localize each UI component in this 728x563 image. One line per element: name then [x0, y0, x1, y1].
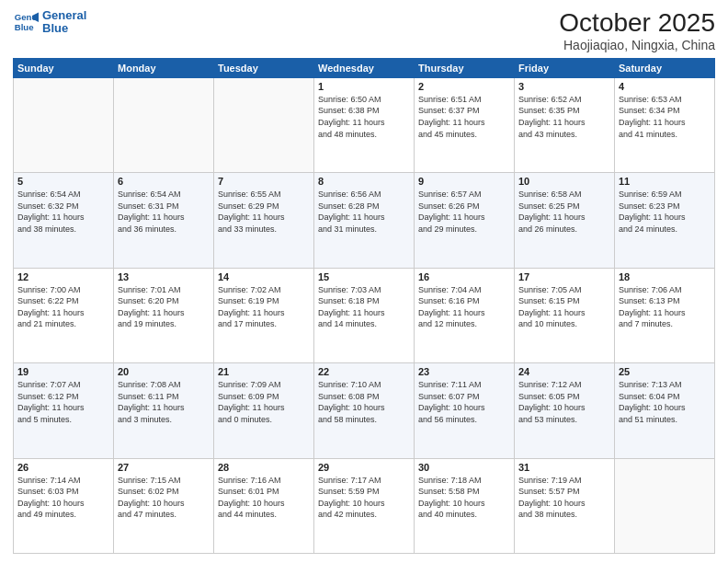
day-info: Sunrise: 7:10 AM Sunset: 6:08 PM Dayligh… — [318, 379, 410, 425]
day-header-thursday: Thursday — [415, 58, 515, 77]
page: General Blue General Blue October 2025 H… — [0, 0, 728, 563]
day-info: Sunrise: 7:15 AM Sunset: 6:02 PM Dayligh… — [118, 475, 210, 521]
day-number: 3 — [518, 81, 610, 92]
calendar-week-4: 19Sunrise: 7:07 AM Sunset: 6:12 PM Dayli… — [14, 363, 715, 458]
day-info: Sunrise: 6:55 AM Sunset: 6:29 PM Dayligh… — [218, 189, 310, 235]
calendar-cell: 6Sunrise: 6:54 AM Sunset: 6:31 PM Daylig… — [114, 173, 214, 268]
calendar-cell: 11Sunrise: 6:59 AM Sunset: 6:23 PM Dayli… — [615, 173, 715, 268]
day-info: Sunrise: 7:01 AM Sunset: 6:20 PM Dayligh… — [118, 284, 210, 330]
day-info: Sunrise: 6:52 AM Sunset: 6:35 PM Dayligh… — [518, 94, 610, 140]
day-number: 1 — [318, 81, 410, 92]
calendar-subtitle: Haojiaqiao, Ningxia, China — [559, 38, 715, 52]
day-number: 31 — [518, 462, 610, 473]
calendar-table: SundayMondayTuesdayWednesdayThursdayFrid… — [13, 58, 715, 554]
day-info: Sunrise: 7:05 AM Sunset: 6:15 PM Dayligh… — [518, 284, 610, 330]
day-info: Sunrise: 6:56 AM Sunset: 6:28 PM Dayligh… — [318, 189, 410, 235]
day-info: Sunrise: 7:09 AM Sunset: 6:09 PM Dayligh… — [218, 379, 310, 425]
day-info: Sunrise: 7:00 AM Sunset: 6:22 PM Dayligh… — [17, 284, 109, 330]
day-info: Sunrise: 7:14 AM Sunset: 6:03 PM Dayligh… — [17, 475, 109, 521]
day-info: Sunrise: 6:57 AM Sunset: 6:26 PM Dayligh… — [418, 189, 510, 235]
day-info: Sunrise: 7:16 AM Sunset: 6:01 PM Dayligh… — [218, 475, 310, 521]
day-info: Sunrise: 7:07 AM Sunset: 6:12 PM Dayligh… — [17, 379, 109, 425]
calendar-cell: 14Sunrise: 7:02 AM Sunset: 6:19 PM Dayli… — [214, 268, 314, 362]
calendar-cell: 12Sunrise: 7:00 AM Sunset: 6:22 PM Dayli… — [14, 268, 114, 362]
day-info: Sunrise: 7:04 AM Sunset: 6:16 PM Dayligh… — [418, 284, 510, 330]
calendar-week-2: 5Sunrise: 6:54 AM Sunset: 6:32 PM Daylig… — [14, 173, 715, 268]
calendar-cell: 28Sunrise: 7:16 AM Sunset: 6:01 PM Dayli… — [214, 458, 314, 553]
day-number: 13 — [118, 271, 210, 282]
day-number: 25 — [619, 366, 711, 377]
day-info: Sunrise: 6:51 AM Sunset: 6:37 PM Dayligh… — [418, 94, 510, 140]
calendar-cell: 26Sunrise: 7:14 AM Sunset: 6:03 PM Dayli… — [14, 458, 114, 553]
day-header-monday: Monday — [114, 58, 214, 77]
day-number: 7 — [218, 176, 310, 187]
day-number: 4 — [619, 81, 711, 92]
calendar-cell: 18Sunrise: 7:06 AM Sunset: 6:13 PM Dayli… — [615, 268, 715, 362]
day-info: Sunrise: 7:13 AM Sunset: 6:04 PM Dayligh… — [619, 379, 711, 425]
calendar-cell: 8Sunrise: 6:56 AM Sunset: 6:28 PM Daylig… — [314, 173, 415, 268]
calendar-cell — [214, 77, 314, 172]
day-number: 27 — [118, 462, 210, 473]
day-number: 29 — [318, 462, 410, 473]
day-info: Sunrise: 6:54 AM Sunset: 6:32 PM Dayligh… — [17, 189, 109, 235]
day-number: 28 — [218, 462, 310, 473]
day-info: Sunrise: 6:54 AM Sunset: 6:31 PM Dayligh… — [118, 189, 210, 235]
day-number: 10 — [518, 176, 610, 187]
calendar-week-5: 26Sunrise: 7:14 AM Sunset: 6:03 PM Dayli… — [14, 458, 715, 553]
calendar-cell: 29Sunrise: 7:17 AM Sunset: 5:59 PM Dayli… — [314, 458, 415, 553]
calendar-cell — [14, 77, 114, 172]
header: General Blue General Blue October 2025 H… — [13, 9, 715, 52]
day-info: Sunrise: 7:17 AM Sunset: 5:59 PM Dayligh… — [318, 475, 410, 521]
calendar-cell: 22Sunrise: 7:10 AM Sunset: 6:08 PM Dayli… — [314, 363, 415, 458]
day-header-friday: Friday — [515, 58, 615, 77]
calendar-cell: 13Sunrise: 7:01 AM Sunset: 6:20 PM Dayli… — [114, 268, 214, 362]
day-info: Sunrise: 7:19 AM Sunset: 5:57 PM Dayligh… — [518, 475, 610, 521]
day-header-wednesday: Wednesday — [314, 58, 415, 77]
day-info: Sunrise: 6:53 AM Sunset: 6:34 PM Dayligh… — [619, 94, 711, 140]
day-header-saturday: Saturday — [615, 58, 715, 77]
logo: General Blue General Blue — [13, 9, 86, 36]
calendar-title: October 2025 — [559, 9, 715, 38]
calendar-cell: 3Sunrise: 6:52 AM Sunset: 6:35 PM Daylig… — [515, 77, 615, 172]
calendar-cell: 24Sunrise: 7:12 AM Sunset: 6:05 PM Dayli… — [515, 363, 615, 458]
day-info: Sunrise: 7:02 AM Sunset: 6:19 PM Dayligh… — [218, 284, 310, 330]
calendar-cell — [114, 77, 214, 172]
day-info: Sunrise: 7:03 AM Sunset: 6:18 PM Dayligh… — [318, 284, 410, 330]
calendar-cell: 4Sunrise: 6:53 AM Sunset: 6:34 PM Daylig… — [615, 77, 715, 172]
calendar-cell: 1Sunrise: 6:50 AM Sunset: 6:38 PM Daylig… — [314, 77, 415, 172]
day-number: 16 — [418, 271, 510, 282]
day-number: 8 — [318, 176, 410, 187]
logo-text-general: General — [42, 9, 86, 22]
day-info: Sunrise: 6:50 AM Sunset: 6:38 PM Dayligh… — [318, 94, 410, 140]
day-number: 17 — [518, 271, 610, 282]
day-number: 18 — [619, 271, 711, 282]
calendar-cell: 2Sunrise: 6:51 AM Sunset: 6:37 PM Daylig… — [415, 77, 515, 172]
day-number: 22 — [318, 366, 410, 377]
day-number: 11 — [619, 176, 711, 187]
day-number: 2 — [418, 81, 510, 92]
day-number: 20 — [118, 366, 210, 377]
calendar-cell: 30Sunrise: 7:18 AM Sunset: 5:58 PM Dayli… — [415, 458, 515, 553]
calendar-cell: 16Sunrise: 7:04 AM Sunset: 6:16 PM Dayli… — [415, 268, 515, 362]
calendar-cell: 23Sunrise: 7:11 AM Sunset: 6:07 PM Dayli… — [415, 363, 515, 458]
day-number: 19 — [17, 366, 109, 377]
day-number: 21 — [218, 366, 310, 377]
day-info: Sunrise: 7:06 AM Sunset: 6:13 PM Dayligh… — [619, 284, 711, 330]
calendar-cell: 19Sunrise: 7:07 AM Sunset: 6:12 PM Dayli… — [14, 363, 114, 458]
calendar-cell: 9Sunrise: 6:57 AM Sunset: 6:26 PM Daylig… — [415, 173, 515, 268]
calendar-cell: 7Sunrise: 6:55 AM Sunset: 6:29 PM Daylig… — [214, 173, 314, 268]
day-info: Sunrise: 7:11 AM Sunset: 6:07 PM Dayligh… — [418, 379, 510, 425]
day-number: 5 — [17, 176, 109, 187]
calendar-cell: 31Sunrise: 7:19 AM Sunset: 5:57 PM Dayli… — [515, 458, 615, 553]
day-info: Sunrise: 7:12 AM Sunset: 6:05 PM Dayligh… — [518, 379, 610, 425]
calendar-cell — [615, 458, 715, 553]
day-number: 23 — [418, 366, 510, 377]
day-number: 26 — [17, 462, 109, 473]
day-number: 12 — [17, 271, 109, 282]
calendar-cell: 15Sunrise: 7:03 AM Sunset: 6:18 PM Dayli… — [314, 268, 415, 362]
day-number: 14 — [218, 271, 310, 282]
logo-icon: General Blue — [13, 9, 39, 35]
day-info: Sunrise: 6:59 AM Sunset: 6:23 PM Dayligh… — [619, 189, 711, 235]
calendar-cell: 17Sunrise: 7:05 AM Sunset: 6:15 PM Dayli… — [515, 268, 615, 362]
logo-text-blue: Blue — [42, 22, 86, 35]
